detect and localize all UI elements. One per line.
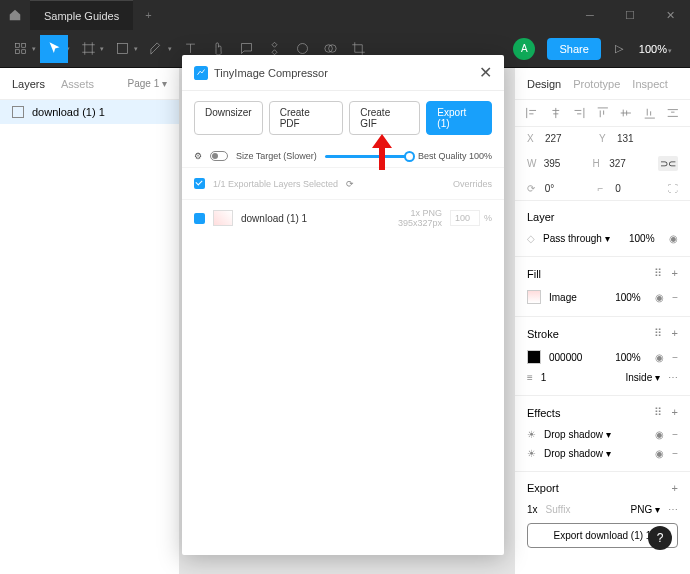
overrides-link[interactable]: Overrides bbox=[453, 179, 492, 189]
corner-input[interactable]: 0 bbox=[615, 183, 662, 194]
fill-opacity-input[interactable]: 100% bbox=[615, 292, 647, 303]
export-format-select[interactable]: PNG ▾ bbox=[631, 504, 660, 515]
selection-count: 1/1 Exportable Layers Selected bbox=[213, 179, 338, 189]
settings-icon[interactable]: ⚙ bbox=[194, 151, 202, 161]
home-icon[interactable] bbox=[0, 0, 30, 30]
eye-icon[interactable]: ◉ bbox=[669, 233, 678, 244]
plus-icon[interactable]: + bbox=[672, 482, 678, 494]
plus-icon[interactable]: + bbox=[672, 267, 678, 280]
export-suffix-input[interactable]: Suffix bbox=[546, 504, 623, 515]
layer-row[interactable]: download (1) 1 bbox=[0, 100, 179, 124]
align-left-icon[interactable] bbox=[525, 106, 539, 120]
effect-select[interactable]: Drop shadow ▾ bbox=[544, 429, 647, 440]
layers-tab[interactable]: Layers bbox=[12, 78, 45, 90]
minus-icon[interactable]: − bbox=[672, 429, 678, 440]
assets-tab[interactable]: Assets bbox=[61, 78, 94, 90]
design-tab[interactable]: Design bbox=[527, 78, 561, 90]
effect-icon[interactable]: ☀ bbox=[527, 448, 536, 459]
eye-icon[interactable]: ◉ bbox=[655, 448, 664, 459]
fill-type[interactable]: Image bbox=[549, 292, 607, 303]
export-scale-select[interactable]: 1x bbox=[527, 504, 538, 515]
x-input[interactable]: 227 bbox=[545, 133, 593, 144]
more-icon[interactable]: ⋯ bbox=[668, 372, 678, 383]
rotation-input[interactable]: 0° bbox=[545, 183, 592, 194]
stroke-opacity-input[interactable]: 100% bbox=[615, 352, 647, 363]
right-panel: Design Prototype Inspect X227Y131 W395H3… bbox=[514, 68, 690, 574]
minus-icon[interactable]: − bbox=[672, 292, 678, 303]
layer-thumb-icon bbox=[12, 106, 24, 118]
blend-mode-select[interactable]: Pass through ▾ bbox=[543, 233, 621, 244]
downsizer-button[interactable]: Downsizer bbox=[194, 101, 263, 135]
h-input[interactable]: 327 bbox=[609, 158, 652, 169]
menu-icon[interactable] bbox=[6, 35, 34, 63]
prototype-tab[interactable]: Prototype bbox=[573, 78, 620, 90]
pen-tool-icon[interactable] bbox=[142, 35, 170, 63]
align-hcenter-icon[interactable] bbox=[549, 106, 563, 120]
help-button[interactable]: ? bbox=[648, 526, 672, 550]
svg-rect-4 bbox=[117, 44, 127, 54]
effect-icon[interactable]: ☀ bbox=[527, 429, 536, 440]
quality-slider[interactable] bbox=[325, 155, 410, 158]
align-top-icon[interactable] bbox=[596, 106, 610, 120]
plus-icon[interactable]: + bbox=[672, 327, 678, 340]
y-input[interactable]: 131 bbox=[617, 133, 665, 144]
stroke-swatch[interactable] bbox=[527, 350, 541, 364]
minus-icon[interactable]: − bbox=[672, 448, 678, 459]
create-gif-button[interactable]: Create GIF bbox=[349, 101, 420, 135]
stroke-position-select[interactable]: Inside ▾ bbox=[626, 372, 660, 383]
more-icon[interactable]: ⋯ bbox=[668, 504, 678, 515]
stroke-width-input[interactable]: 1 bbox=[541, 372, 618, 383]
effects-section-title: Effects bbox=[527, 407, 560, 419]
item-quality-input[interactable]: 100 bbox=[450, 210, 480, 226]
style-icon[interactable]: ⠿ bbox=[654, 267, 662, 280]
eye-icon[interactable]: ◉ bbox=[655, 292, 664, 303]
toggle-switch[interactable] bbox=[210, 151, 228, 161]
close-icon[interactable]: ✕ bbox=[650, 0, 690, 30]
distribute-icon[interactable] bbox=[666, 106, 680, 120]
link-icon[interactable]: ⊃⊂ bbox=[658, 156, 678, 171]
page-selector[interactable]: Page 1 ▾ bbox=[128, 78, 167, 89]
style-icon[interactable]: ⠿ bbox=[654, 327, 662, 340]
shape-tool-icon[interactable] bbox=[108, 35, 136, 63]
frame-tool-icon[interactable] bbox=[74, 35, 102, 63]
export-item-row[interactable]: download (1) 1 1x PNG 395x327px 100 % bbox=[182, 200, 504, 236]
item-checkbox[interactable] bbox=[194, 213, 205, 224]
svg-rect-0 bbox=[15, 44, 19, 48]
export-section-title: Export bbox=[527, 482, 559, 494]
maximize-icon[interactable]: ☐ bbox=[610, 0, 650, 30]
titlebar: Sample Guides + ─ ☐ ✕ bbox=[0, 0, 690, 30]
close-icon[interactable]: ✕ bbox=[479, 63, 492, 82]
minus-icon[interactable]: − bbox=[672, 352, 678, 363]
svg-rect-2 bbox=[15, 50, 19, 54]
select-all-checkbox[interactable] bbox=[194, 178, 205, 189]
style-icon[interactable]: ⠿ bbox=[654, 406, 662, 419]
effect-select[interactable]: Drop shadow ▾ bbox=[544, 448, 647, 459]
eye-icon[interactable]: ◉ bbox=[655, 429, 664, 440]
align-right-icon[interactable] bbox=[572, 106, 586, 120]
new-tab-icon[interactable]: + bbox=[133, 9, 163, 21]
align-bottom-icon[interactable] bbox=[643, 106, 657, 120]
share-button[interactable]: Share bbox=[547, 38, 600, 60]
slider-low-label: Size Target (Slower) bbox=[236, 151, 317, 161]
align-vcenter-icon[interactable] bbox=[619, 106, 633, 120]
refresh-icon[interactable]: ⟳ bbox=[346, 179, 354, 189]
item-name: download (1) 1 bbox=[241, 213, 307, 224]
w-input[interactable]: 395 bbox=[544, 158, 587, 169]
layer-opacity-input[interactable]: 100% bbox=[629, 233, 661, 244]
avatar[interactable]: A bbox=[513, 38, 535, 60]
file-tab[interactable]: Sample Guides bbox=[30, 0, 133, 30]
eye-icon[interactable]: ◉ bbox=[655, 352, 664, 363]
minimize-icon[interactable]: ─ bbox=[570, 0, 610, 30]
expand-corner-icon[interactable]: ⛶ bbox=[668, 183, 678, 194]
present-icon[interactable]: ▷ bbox=[615, 42, 623, 55]
plus-icon[interactable]: + bbox=[672, 406, 678, 419]
fill-swatch[interactable] bbox=[527, 290, 541, 304]
inspect-tab[interactable]: Inspect bbox=[632, 78, 667, 90]
zoom-level[interactable]: 100% ▾ bbox=[639, 43, 676, 55]
stroke-color-input[interactable]: 000000 bbox=[549, 352, 607, 363]
move-tool-icon[interactable] bbox=[40, 35, 68, 63]
export-button[interactable]: Export (1) bbox=[426, 101, 492, 135]
left-panel: Layers Assets Page 1 ▾ download (1) 1 bbox=[0, 68, 180, 574]
create-pdf-button[interactable]: Create PDF bbox=[269, 101, 343, 135]
percent-label: % bbox=[484, 213, 492, 223]
